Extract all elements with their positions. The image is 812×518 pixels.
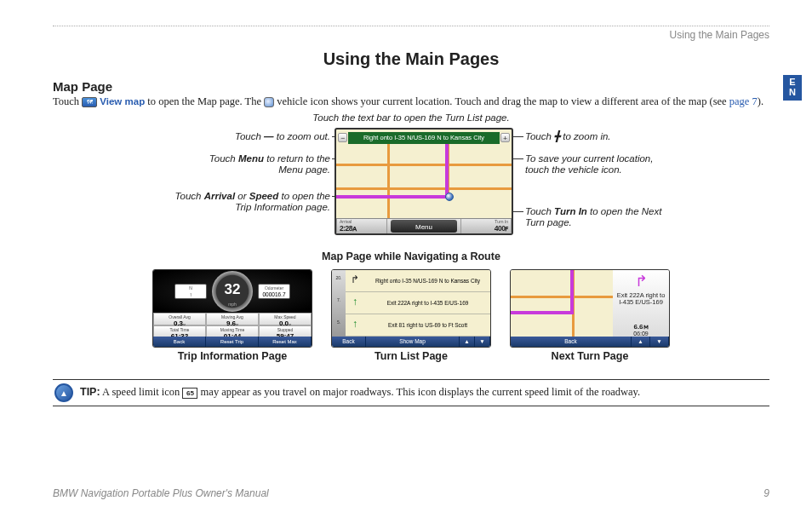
map-page-paragraph: Touch 🗺 View map to open the Map page. T… bbox=[53, 95, 769, 109]
view-map-icon: 🗺 bbox=[82, 97, 97, 107]
page-7-link[interactable]: page 7 bbox=[729, 95, 758, 107]
section-title-map-page: Map Page bbox=[53, 79, 769, 94]
footer-manual-title: BMW Navigation Portable Plus Owner's Man… bbox=[53, 487, 269, 499]
compass-icon: N ↑ bbox=[174, 284, 207, 299]
callout-textbar: Touch the text bar to open the Turn List… bbox=[54, 112, 769, 123]
map-diagram: Touch the text bar to open the Turn List… bbox=[54, 112, 769, 249]
next-turn-thumb: ↱ Exit 222A right to I-435 E/US-169 6.6ᴍ… bbox=[510, 269, 670, 348]
map-screen: − + Right onto I-35 N/US-169 N to Kansas… bbox=[335, 128, 513, 235]
footer-page-number: 9 bbox=[763, 487, 769, 499]
next-turn-caption: Next Turn Page bbox=[510, 350, 670, 362]
turn-arrow-icon: ↱ bbox=[613, 272, 669, 291]
zoom-out-button[interactable]: − bbox=[338, 133, 347, 142]
vehicle-icon[interactable] bbox=[445, 193, 454, 201]
view-map-link[interactable]: View map bbox=[100, 96, 145, 106]
speed-limit-icon: 65 bbox=[182, 388, 197, 399]
callout-zoom-in: Touch ╋ to zoom in. bbox=[525, 131, 670, 142]
vehicle-icon-inline bbox=[264, 97, 274, 107]
tip-label: TIP: bbox=[80, 386, 100, 398]
down-arrow-icon[interactable]: ▼ bbox=[650, 337, 669, 347]
callout-arrival-speed: Touch Arrival or Speed to open the Trip … bbox=[169, 191, 330, 213]
back-button[interactable]: Back bbox=[511, 337, 632, 347]
callout-vehicle-icon: To save your current location, touch the… bbox=[525, 153, 670, 176]
turn-list-item[interactable]: ↑ Exit 222A right to I-435 E/US-169 bbox=[346, 292, 490, 314]
turn-list-thumb: 20. 7. 5. ↱ Right onto I-35 N/US-169 N t… bbox=[331, 269, 491, 348]
straight-arrow-icon: ↑ bbox=[348, 296, 362, 309]
map-diagram-caption: Map Page while Navigating a Route bbox=[53, 250, 769, 262]
turn-in-field[interactable]: Turn In 400ꜰ bbox=[460, 219, 512, 233]
turn-list-item[interactable]: ↱ Right onto I-35 N/US-169 N to Kansas C… bbox=[346, 270, 490, 292]
reset-trip-button[interactable]: Reset Trip bbox=[206, 337, 259, 347]
callout-menu: Touch Menu to return to the Menu page. bbox=[186, 153, 330, 176]
trip-cell: Moving Avg9.6ᴍ bbox=[206, 313, 259, 325]
next-turn-panel: ↱ Exit 222A right to I-435 E/US-169 6.6ᴍ… bbox=[613, 270, 669, 337]
right-arrow-icon: ↱ bbox=[348, 273, 362, 287]
trip-info-thumb: N ↑ 32 Odometer 000016.7 Overall Avg0.3ᴍ… bbox=[152, 269, 312, 348]
up-arrow-icon[interactable]: ▲ bbox=[632, 337, 650, 347]
straight-arrow-icon: ↑ bbox=[348, 318, 362, 331]
turn-list-caption: Turn List Page bbox=[331, 350, 491, 362]
trip-info-caption: Trip Information Page bbox=[152, 350, 312, 362]
up-arrow-icon[interactable]: ▲ bbox=[460, 337, 475, 347]
callout-turn-in: Touch Turn In to open the Next Turn page… bbox=[525, 206, 670, 228]
menu-button[interactable]: Menu bbox=[391, 220, 457, 233]
language-tab-en[interactable]: EN bbox=[783, 75, 802, 101]
arrival-field[interactable]: Arrival 2:28ᴀ bbox=[336, 219, 387, 233]
map-text-bar[interactable]: Right onto I-35 N/US-169 N to Kansas Cit… bbox=[348, 132, 500, 144]
back-button[interactable]: Back bbox=[153, 337, 206, 347]
mile-scale: 20. 7. 5. bbox=[332, 270, 346, 337]
speed-gauge: 32 bbox=[212, 271, 253, 312]
tip-icon bbox=[54, 383, 73, 402]
trip-cell: Max Speed0.0ᴍ bbox=[259, 313, 312, 325]
trip-cell: Overall Avg0.3ᴍ bbox=[153, 313, 206, 325]
show-map-button[interactable]: Show Map bbox=[366, 337, 460, 347]
page-title: Using the Main Pages bbox=[53, 49, 769, 69]
back-button[interactable]: Back bbox=[332, 337, 366, 347]
reset-max-button[interactable]: Reset Max bbox=[259, 337, 312, 347]
turn-list-item[interactable]: ↑ Exit 81 right to US-69 to Ft Scott bbox=[346, 314, 490, 337]
tip-box: TIP: A speed limit icon 65 may appear as… bbox=[53, 379, 769, 406]
down-arrow-icon[interactable]: ▼ bbox=[475, 337, 490, 347]
callout-zoom-out: Touch — to zoom out. bbox=[186, 131, 330, 142]
zoom-in-button[interactable]: + bbox=[500, 133, 510, 142]
odometer: Odometer 000016.7 bbox=[258, 284, 290, 299]
header-section-label: Using the Main Pages bbox=[53, 29, 769, 41]
